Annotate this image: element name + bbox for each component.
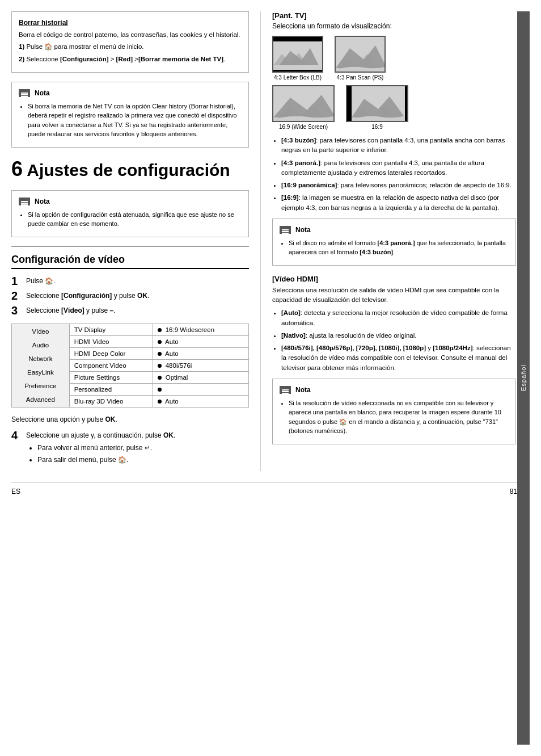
pant-tv-bullet1: [4:3 buzón]: para televisores con pantal… bbox=[281, 136, 516, 156]
config-video-steps: 1 Pulse 🏠. 2 Seleccione [Configuración] … bbox=[11, 275, 249, 317]
tv-label-ps: 4:3 Pan Scan (PS) bbox=[337, 74, 384, 81]
menu-video-cell: VídeoAudioNetworkEasyLinkPreferenceAdvan… bbox=[12, 324, 70, 407]
tv-image-panscan: 4:3 Pan Scan (PS) bbox=[335, 36, 386, 81]
nota1-icon bbox=[19, 89, 30, 97]
row-picture-value: Optimal bbox=[153, 371, 248, 383]
nota2-icon bbox=[19, 198, 30, 205]
config-video-heading: Configuración de vídeo bbox=[11, 254, 249, 269]
nota3-icon bbox=[280, 226, 291, 234]
row-tv-display-item: TV Display bbox=[69, 324, 153, 335]
step4-sublist: Para volver al menú anterior, pulse ↵. P… bbox=[37, 443, 175, 465]
row-hdmi-video-item: HDMI Video bbox=[69, 335, 153, 347]
nota3-list: Si el disco no admite el formato [4:3 pa… bbox=[289, 238, 509, 257]
pant-tv-bullet4: [16:9]: la imagen se muestra en la relac… bbox=[281, 193, 516, 213]
tv-label-lb: 4:3 Letter Box (LB) bbox=[274, 74, 322, 81]
borrar-historial-desc: Borra el código de control paterno, las … bbox=[19, 30, 242, 40]
row-hdmi-video-value: Auto bbox=[153, 335, 248, 347]
mountains-svg-lb bbox=[273, 37, 323, 73]
hdmi-bullet3: [480i/576i], [480p/576p], [720p], [1080i… bbox=[281, 343, 516, 373]
tv-screen-ps bbox=[335, 36, 386, 73]
chapter-heading: 6 Ajustes de configuración bbox=[11, 157, 249, 181]
footer-lang: ES bbox=[11, 488, 20, 495]
row-tv-display-value: 16:9 Widescreen bbox=[153, 324, 248, 335]
nota3-box: Nota Si el disco no admite el formato [4… bbox=[272, 219, 516, 266]
pant-tv-bullet3: [16:9 panorámica]: para televisores pano… bbox=[281, 180, 516, 190]
nota3-label: Nota bbox=[295, 225, 311, 235]
tv-screen-ws bbox=[272, 85, 335, 122]
footer-page-num: 81 bbox=[510, 488, 517, 495]
right-column: [Pant. TV] Selecciona un formato de visu… bbox=[261, 11, 516, 471]
borrar-historial-title: Borrar historial bbox=[19, 18, 242, 28]
nota1-text: Si borra la memoria de Net TV con la opc… bbox=[28, 102, 242, 139]
step2-item: 2 Seleccione [Configuración] y pulse OK. bbox=[11, 289, 249, 302]
nota4-list: Si la resolución de vídeo seleccionada n… bbox=[289, 398, 509, 436]
row-bluray-item: Blu-ray 3D Video bbox=[69, 395, 153, 407]
tv-image-169: 16:9 bbox=[346, 85, 408, 130]
row-component-value: 480i/576i bbox=[153, 359, 248, 371]
nota1-list: Si borra la memoria de Net TV con la opc… bbox=[28, 102, 242, 139]
nota2-header: Nota bbox=[19, 196, 242, 207]
mountains-svg-169 bbox=[347, 86, 408, 122]
hdmi-bullet1: [Auto]: detecta y selecciona la mejor re… bbox=[281, 308, 516, 328]
nota4-text: Si la resolución de vídeo seleccionada n… bbox=[289, 398, 509, 436]
tv-images-row1: 4:3 Letter Box (LB) bbox=[272, 36, 516, 81]
tv-image-letterbox: 4:3 Letter Box (LB) bbox=[272, 36, 323, 81]
pant-tv-bullet2: [4:3 panorá.]: para televisores con pant… bbox=[281, 158, 516, 178]
nota3-header: Nota bbox=[280, 225, 509, 235]
nota2-label: Nota bbox=[35, 196, 50, 207]
row-picture-item: Picture Settings bbox=[69, 371, 153, 383]
nota4-label: Nota bbox=[295, 385, 311, 395]
tv-label-169: 16:9 bbox=[371, 124, 382, 130]
hdmi-bullet-list: [Auto]: detecta y selecciona la mejor re… bbox=[281, 308, 516, 373]
mountains-svg-ws bbox=[273, 86, 335, 122]
nota2-text: Si la opción de configuración está atenu… bbox=[28, 210, 242, 229]
nota1-header: Nota bbox=[19, 88, 242, 98]
row-personalized-item: Personalized bbox=[69, 383, 153, 395]
tv-screen-169 bbox=[346, 85, 408, 122]
step3-item: 3 Seleccione [Vídeo] y pulse –. bbox=[11, 304, 249, 317]
step4-item: 4 Seleccione un ajuste y, a continuación… bbox=[11, 429, 249, 467]
tv-image-widescreen: 16:9 (Wide Screen) bbox=[272, 85, 335, 130]
mountains-svg-ps bbox=[336, 37, 386, 73]
nota3-text: Si el disco no admite el formato [4:3 pa… bbox=[289, 238, 509, 257]
chapter-title: Ajustes de configuración bbox=[27, 161, 230, 179]
nota4-icon bbox=[280, 386, 291, 394]
pant-tv-bullet-list: [4:3 buzón]: para televisores con pantal… bbox=[281, 136, 516, 213]
step1-item: 1 Pulse 🏠. bbox=[11, 275, 249, 287]
tv-images-row2: 16:9 (Wide Screen) bbox=[272, 85, 516, 130]
chapter-number: 6 bbox=[11, 157, 23, 180]
tv-label-ws: 16:9 (Wide Screen) bbox=[279, 124, 328, 130]
after-table-text: Seleccione una opción y pulse OK. bbox=[11, 414, 249, 425]
nota2-list: Si la opción de configuración está atenu… bbox=[28, 210, 242, 229]
tv-screen-lb bbox=[272, 36, 323, 73]
side-tab: Español bbox=[517, 11, 530, 745]
hdmi-desc: Selecciona una resolución de salida de v… bbox=[272, 285, 516, 305]
step4-sub1: Para volver al menú anterior, pulse ↵. bbox=[37, 443, 175, 453]
hdmi-bullet2: [Nativo]: ajusta la resolución de vídeo … bbox=[281, 331, 516, 341]
row-component-item: Component Video bbox=[69, 359, 153, 371]
nota2-box: Nota Si la opción de configuración está … bbox=[11, 190, 249, 237]
left-column: Borrar historial Borra el código de cont… bbox=[11, 11, 261, 471]
nota4-header: Nota bbox=[280, 385, 509, 395]
nota1-label: Nota bbox=[35, 88, 50, 98]
nota4-box: Nota Si la resolución de vídeo seleccion… bbox=[272, 379, 516, 444]
borrar-historial-box: Borrar historial Borra el código de cont… bbox=[11, 11, 249, 73]
row-hdmi-deep-value: Auto bbox=[153, 347, 248, 359]
borrar-step1: 1) Pulse 🏠 para mostrar el menú de inici… bbox=[19, 42, 242, 52]
page-footer: ES 81 bbox=[11, 482, 517, 495]
hdmi-header: [Vídeo HDMI] bbox=[272, 275, 516, 283]
row-hdmi-deep-item: HDMI Deep Color bbox=[69, 347, 153, 359]
step4-sub2: Para salir del menú, pulse 🏠. bbox=[37, 455, 175, 465]
nota1-box: Nota Si borra la memoria de Net TV con l… bbox=[11, 82, 249, 148]
step4-area: 4 Seleccione un ajuste y, a continuación… bbox=[11, 429, 249, 467]
row-personalized-value bbox=[153, 383, 248, 395]
pant-tv-desc: Selecciona un formato de visualización: bbox=[272, 22, 516, 30]
config-table: VídeoAudioNetworkEasyLinkPreferenceAdvan… bbox=[11, 324, 249, 408]
table-row: VídeoAudioNetworkEasyLinkPreferenceAdvan… bbox=[12, 324, 249, 335]
borrar-step2: 2) Seleccione [Configuración] > [Red] >[… bbox=[19, 54, 242, 64]
row-bluray-value: Auto bbox=[153, 395, 248, 407]
pant-tv-header: [Pant. TV] bbox=[272, 11, 516, 20]
